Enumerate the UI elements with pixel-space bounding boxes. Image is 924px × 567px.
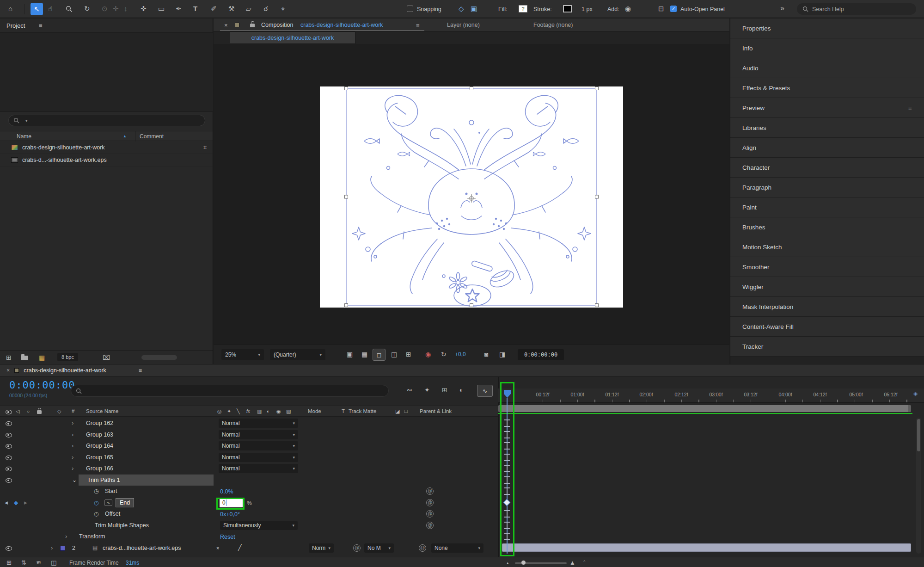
collapse-switch-icon[interactable]: ✦: [227, 409, 231, 414]
chevron-right-icon[interactable]: ›: [72, 443, 73, 449]
fx-switch-icon[interactable]: fx: [246, 409, 250, 414]
blend-mode-select[interactable]: Normal▾: [219, 430, 298, 439]
color-depth-button[interactable]: 8 bpc: [57, 353, 78, 361]
add-keyframe-icon[interactable]: ◆: [14, 500, 18, 505]
solo-icon[interactable]: ○: [27, 409, 30, 414]
camera-dolly-tool[interactable]: ↕: [124, 5, 128, 12]
row-trim-offset[interactable]: ◷ Offset 0x+0,0° @: [0, 508, 498, 520]
visibility-eye-icon[interactable]: [6, 443, 12, 449]
column-toggle-icon[interactable]: ◫: [51, 560, 56, 566]
property-label-tms[interactable]: Trim Multiple Shapes: [95, 522, 149, 529]
sidebar-item-paint[interactable]: Paint: [730, 197, 924, 217]
visibility-eye-icon[interactable]: [6, 545, 12, 551]
tab-footage[interactable]: Footage (none): [533, 22, 573, 28]
reset-exposure-icon[interactable]: ↻: [441, 351, 447, 357]
row-group-163[interactable]: › Group 163 Normal▾: [0, 429, 498, 441]
used-in-comp-icon[interactable]: ⌗: [203, 144, 207, 150]
pan-behind-tool[interactable]: ✜: [141, 5, 147, 12]
audio-icon[interactable]: ◁: [16, 409, 19, 414]
exposure-value[interactable]: +0,0: [455, 351, 466, 357]
graph-editor-toggle[interactable]: ∿: [477, 385, 493, 397]
selection-tool[interactable]: ↖: [31, 3, 43, 15]
group-name[interactable]: Group 162: [86, 420, 113, 426]
visibility-eye-icon[interactable]: [6, 409, 12, 414]
viewer-menu-icon[interactable]: ≡: [416, 22, 420, 28]
tab-layer[interactable]: Layer (none): [447, 22, 480, 28]
shape-tool[interactable]: ▭: [158, 5, 165, 12]
next-keyframe-icon[interactable]: ▶: [24, 501, 27, 505]
snap-option-b-icon[interactable]: ▣: [471, 5, 477, 12]
chevron-right-icon[interactable]: ›: [72, 420, 73, 426]
hand-tool[interactable]: ☝: [48, 5, 52, 12]
sidebar-item-info[interactable]: Info: [730, 38, 924, 58]
auto-open-panel-checkbox[interactable]: [670, 6, 677, 12]
timeline-vertical-scrollbar[interactable]: [916, 418, 921, 554]
collapse-icon[interactable]: ⌃: [582, 560, 586, 565]
zoom-in-mountain-icon[interactable]: ▲: [569, 560, 575, 566]
blend-mode-select[interactable]: Normal▾: [219, 441, 298, 450]
project-item-name[interactable]: crabs-design-silhouette-art-work: [22, 145, 105, 151]
chevron-right-icon[interactable]: ›: [51, 545, 53, 551]
composition-canvas[interactable]: [320, 86, 623, 308]
project-item-name[interactable]: crabs-d...-silhouette-art-work.eps: [22, 157, 107, 163]
sidebar-item-effects-presets[interactable]: Effects & Presets: [730, 78, 924, 98]
magnification-select[interactable]: 25% ▾: [221, 349, 264, 360]
project-item-footage[interactable]: crabs-d...-silhouette-art-work.eps: [0, 154, 213, 166]
trash-icon[interactable]: ⌧: [103, 354, 110, 361]
tms-select[interactable]: Simultaneously▾: [220, 521, 298, 530]
pen-tool[interactable]: ✒: [176, 5, 182, 12]
column-source-name[interactable]: Source Name: [86, 409, 118, 414]
guides-icon[interactable]: ◫: [391, 351, 397, 357]
sidebar-item-tracker[interactable]: Tracker: [730, 337, 924, 357]
work-area-bar[interactable]: [498, 405, 911, 412]
adjustment-switch-icon[interactable]: ◉: [276, 409, 281, 414]
visibility-eye-icon[interactable]: [6, 420, 12, 426]
visibility-eye-icon[interactable]: [6, 432, 12, 438]
resolution-select[interactable]: (Quarter) ▾: [270, 349, 325, 360]
column-index[interactable]: #: [72, 409, 74, 414]
layer-mode-select[interactable]: Norm▾: [309, 543, 334, 553]
layer-duration-bar[interactable]: [502, 543, 911, 552]
sidebar-item-wiggler[interactable]: Wiggler: [730, 277, 924, 297]
puppet-pin-tool[interactable]: ⌖: [281, 5, 285, 12]
toolbar-overflow-icon[interactable]: »: [780, 5, 784, 12]
visibility-eye-icon[interactable]: [6, 477, 12, 483]
frame-blending-icon[interactable]: ⊞: [442, 387, 447, 393]
chevron-right-icon[interactable]: ›: [72, 431, 73, 438]
type-tool[interactable]: T: [193, 5, 197, 12]
channels-icon[interactable]: ◉: [425, 351, 431, 357]
column-t[interactable]: T: [342, 409, 345, 414]
interpret-footage-icon[interactable]: ⊞: [6, 354, 12, 361]
chevron-right-icon[interactable]: ›: [72, 454, 73, 460]
snap-option-a-icon[interactable]: ◇: [459, 5, 464, 12]
snapshot-icon[interactable]: ◙: [484, 351, 488, 357]
frame-blend-switch-icon[interactable]: ▥: [257, 409, 262, 414]
column-comment[interactable]: Comment: [140, 134, 164, 139]
chevron-expanded-icon[interactable]: ⌄: [72, 477, 77, 483]
zoom-tool[interactable]: [66, 6, 73, 14]
camera-pan-tool[interactable]: ✛: [113, 5, 119, 12]
column-name[interactable]: Name: [17, 134, 31, 139]
sort-arrow-icon[interactable]: ▲: [123, 135, 127, 138]
expand-panes-icon[interactable]: ⊞: [6, 560, 12, 566]
zoom-out-mountain-icon[interactable]: ▴: [507, 561, 509, 565]
matte-toggle-icon[interactable]: □: [404, 409, 408, 414]
footer-scrollbar[interactable]: [141, 355, 177, 360]
row-trim-end[interactable]: ◀ ◆ ▶ ◷ ∿ End 0 % @: [0, 497, 498, 509]
panel-layout-icon[interactable]: ⊟: [658, 5, 664, 12]
stroke-width[interactable]: 1 px: [581, 6, 593, 12]
group-name[interactable]: Group 163: [86, 431, 113, 438]
row-trim-paths[interactable]: ⌄ Trim Paths 1: [0, 475, 498, 486]
pick-whip-icon[interactable]: @: [426, 510, 434, 518]
quality-switch-icon[interactable]: ╲: [237, 409, 240, 414]
shy-switch-icon[interactable]: ◎: [217, 409, 222, 414]
composition-mini-flowchart-icon[interactable]: ∾: [407, 387, 412, 393]
row-group-162[interactable]: › Group 162 Normal▾: [0, 418, 498, 429]
sidebar-item-mask-interpolation[interactable]: Mask Interpolation: [730, 297, 924, 317]
rotate-tool[interactable]: ↻: [84, 5, 90, 12]
roto-brush-tool[interactable]: ☌: [263, 5, 268, 12]
transparency-grid-icon[interactable]: ▦: [361, 351, 367, 357]
property-label-start[interactable]: Start: [105, 488, 117, 494]
sidebar-item-preview[interactable]: Preview ≡: [730, 98, 924, 118]
stopwatch-icon[interactable]: ◷: [94, 511, 98, 517]
